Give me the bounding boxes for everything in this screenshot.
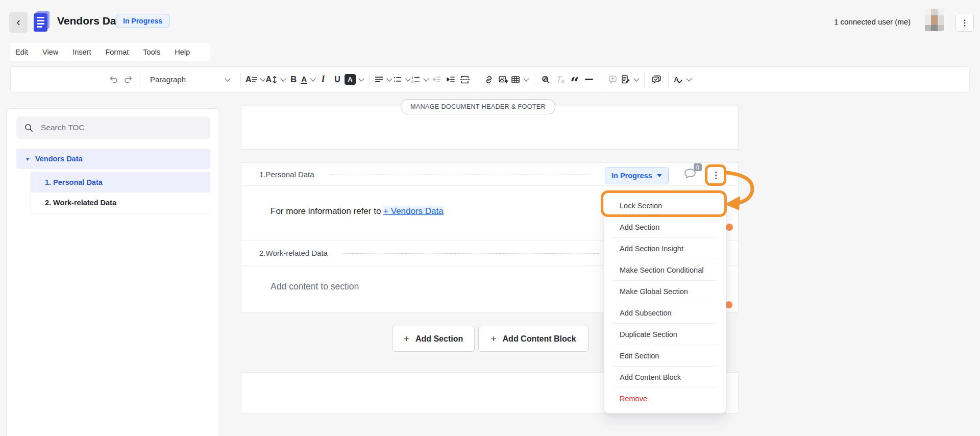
section-title: 2.Work-related Data — [259, 249, 328, 257]
chevron-down-icon — [225, 76, 230, 81]
menu-item-remove[interactable]: Remove — [604, 388, 726, 409]
toolbar-divider — [601, 73, 601, 86]
menu-help[interactable]: Help — [175, 48, 190, 56]
undo-button[interactable] — [107, 71, 121, 88]
document-status-badge[interactable]: In Progress — [116, 14, 169, 28]
bold-button[interactable]: B — [286, 71, 301, 88]
chevron-down-icon — [358, 76, 364, 81]
section-context-menu: Lock Section Add Section Add Section Ins… — [604, 192, 726, 414]
indent-button[interactable] — [444, 71, 458, 88]
add-section-button[interactable]: + Add Section — [392, 326, 475, 352]
caret-down-icon — [657, 174, 662, 177]
comment-marker-dot[interactable] — [726, 224, 733, 231]
plus-icon: + — [491, 333, 496, 345]
paragraph-style-dropdown[interactable]: Paragraph — [147, 75, 234, 84]
back-icon: ‹ — [16, 16, 20, 29]
chevron-down-icon — [686, 76, 692, 81]
bullet-list-dropdown[interactable] — [393, 71, 411, 88]
toc-item-vendors-data[interactable]: ▼ Vendors Data — [16, 149, 210, 169]
section-title: 1.Personal Data — [259, 170, 314, 179]
menubar: Edit View Insert Format Tools Help — [10, 43, 210, 61]
vendors-data-link[interactable]: + Vendors Data — [383, 206, 444, 216]
section-status-dropdown[interactable]: In Progress — [605, 167, 669, 184]
menu-format[interactable]: Format — [105, 48, 129, 56]
chevron-down-icon — [423, 76, 429, 81]
toolbar-divider — [477, 73, 477, 86]
section-title-dotted-line — [329, 175, 590, 175]
numbered-list-dropdown[interactable]: 12 — [411, 71, 429, 88]
find-replace-button[interactable] — [539, 71, 553, 88]
blockquote-button[interactable]: “ — [568, 71, 582, 88]
toolbar-divider — [644, 73, 645, 86]
kebab-icon: ⋮ — [712, 170, 720, 181]
menu-edit[interactable]: Edit — [15, 48, 28, 56]
formatting-toolbar: Paragraph A A B A I U A — [10, 66, 970, 92]
document-edit-dropdown[interactable] — [620, 71, 640, 88]
toolbar-divider — [240, 73, 241, 86]
toc-item-work-related-data[interactable]: 2. Work-related Data — [31, 192, 210, 213]
image-upload-button[interactable] — [496, 71, 510, 88]
section-kebab-menu-button[interactable]: ⋮ — [707, 167, 724, 184]
page-break-button[interactable] — [458, 71, 472, 88]
text-color-dropdown[interactable]: A — [301, 71, 316, 88]
outdent-button[interactable] — [429, 71, 444, 88]
back-button[interactable]: ‹ — [9, 12, 28, 33]
redo-button[interactable] — [121, 71, 135, 88]
table-dropdown[interactable] — [510, 71, 529, 88]
menu-view[interactable]: View — [42, 48, 58, 56]
chevron-down-icon — [386, 76, 392, 81]
menu-item-make-section-conditional[interactable]: Make Section Conditional — [604, 259, 726, 280]
document-icon — [34, 12, 48, 32]
chevron-down-icon — [405, 76, 410, 81]
toolbar-divider — [140, 73, 140, 86]
tree-divider — [31, 213, 210, 213]
spellcheck-dropdown[interactable]: A — [673, 71, 692, 88]
line-spacing-dropdown[interactable]: A — [266, 71, 287, 88]
horizontal-rule-button[interactable] — [582, 71, 596, 88]
section-comments-button[interactable]: 0 — [682, 166, 701, 184]
toolbar-divider — [668, 73, 669, 86]
highlight-color-dropdown[interactable]: A — [345, 71, 364, 88]
toc-item-personal-data[interactable]: 1. Personal Data — [31, 172, 210, 192]
italic-button[interactable]: I — [316, 71, 330, 88]
font-size-dropdown[interactable]: A — [246, 71, 266, 88]
connected-users-label: 1 connected user (me) — [834, 17, 911, 26]
menu-item-add-content-block[interactable]: Add Content Block — [604, 367, 726, 387]
chevron-down-icon — [260, 76, 265, 81]
menu-item-lock-section[interactable]: Lock Section — [604, 195, 726, 216]
quote-icon: “ — [570, 81, 579, 86]
menu-item-duplicate-section[interactable]: Duplicate Section — [604, 324, 726, 345]
underline-button[interactable]: U — [330, 71, 345, 88]
chevron-down-icon — [523, 76, 529, 81]
menu-tools[interactable]: Tools — [143, 48, 160, 56]
section-1-body[interactable]: For more information refer to + Vendors … — [271, 206, 444, 216]
search-input[interactable] — [40, 123, 195, 133]
app-window: ‹ Vendors Data In Progress 1 connected u… — [0, 0, 980, 436]
toc-search[interactable] — [16, 116, 210, 139]
align-dropdown[interactable] — [374, 71, 393, 88]
search-icon — [24, 123, 34, 133]
menu-item-make-global-section[interactable]: Make Global Section — [604, 281, 726, 302]
comment-marker-dot[interactable] — [725, 301, 732, 308]
manage-header-footer-button[interactable]: MANAGE DOCUMENT HEADER & FOOTER — [401, 99, 555, 114]
section-2-placeholder[interactable]: Add content to section — [271, 281, 359, 292]
chevron-down-icon — [280, 76, 286, 81]
avatar[interactable] — [925, 9, 944, 31]
comment-count-badge: 0 — [694, 163, 702, 171]
menu-item-add-section-insight[interactable]: Add Section Insight — [604, 238, 726, 259]
add-comment-button[interactable] — [606, 71, 620, 88]
header-kebab-menu-button[interactable]: ⋮ — [955, 14, 974, 32]
chevron-down-icon — [310, 76, 315, 81]
resolved-comments-button[interactable] — [649, 71, 664, 88]
clear-formatting-button[interactable] — [553, 71, 568, 88]
caret-down-icon: ▼ — [25, 156, 30, 162]
menu-insert[interactable]: Insert — [72, 48, 91, 56]
chevron-down-icon — [633, 76, 639, 81]
menu-item-add-subsection[interactable]: Add Subsection — [604, 302, 726, 323]
toolbar-divider — [369, 73, 370, 86]
menu-item-add-section[interactable]: Add Section — [604, 216, 726, 237]
section-title-dotted-line — [342, 253, 599, 254]
link-button[interactable] — [482, 71, 496, 88]
add-content-block-button[interactable]: + Add Content Block — [478, 326, 589, 352]
menu-item-edit-section[interactable]: Edit Section — [604, 345, 726, 366]
